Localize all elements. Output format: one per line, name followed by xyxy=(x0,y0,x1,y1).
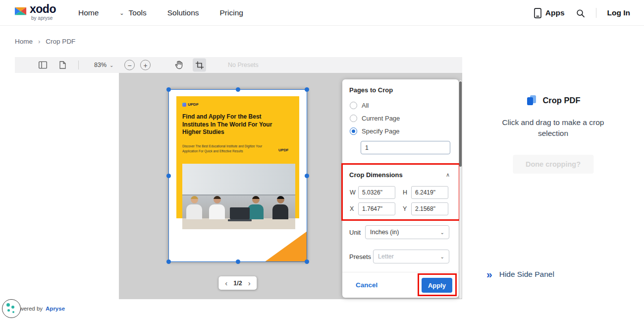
crop-instruction: Click and drag to make a crop selection xyxy=(495,117,612,139)
crop-selection[interactable] xyxy=(168,89,307,262)
x-label: X xyxy=(350,205,354,212)
hide-side-panel-button[interactable]: » Hide Side Panel xyxy=(486,269,554,279)
unit-value: Inches (in) xyxy=(370,229,399,236)
breadcrumb: Home › Crop PDF xyxy=(15,38,75,45)
crop-handle-w[interactable] xyxy=(166,174,171,178)
minus-icon: − xyxy=(127,62,131,68)
nav-tools[interactable]: ⌄ Tools xyxy=(119,8,146,17)
brand-name: xodo xyxy=(30,3,56,15)
main-nav: Home ⌄ Tools Solutions Pricing xyxy=(78,0,243,26)
chevron-down-icon: ⌄ xyxy=(109,63,113,68)
xodo-logo-icon xyxy=(14,4,27,18)
crop-handle-se[interactable] xyxy=(305,259,309,264)
page-icon xyxy=(59,61,66,69)
presets-value: Letter xyxy=(378,253,394,260)
page-indicator: 1/2 xyxy=(233,280,242,287)
side-panel-title: Crop PDF xyxy=(542,96,580,105)
apryse-link[interactable]: Apryse xyxy=(46,306,65,312)
top-navbar: xodo by apryse Home ⌄ Tools Solutions Pr… xyxy=(0,0,644,26)
crop-icon xyxy=(196,61,204,69)
apply-button[interactable]: Apply xyxy=(422,278,452,293)
sidebar-toggle-icon xyxy=(39,62,47,69)
toolbar-divider xyxy=(78,61,79,69)
radio-all-label: All xyxy=(362,102,369,109)
radio-selected-icon xyxy=(350,128,357,135)
radio-icon xyxy=(350,102,357,109)
y-input[interactable] xyxy=(411,202,448,215)
prev-page-button[interactable]: ‹ xyxy=(224,279,228,287)
hand-icon xyxy=(174,60,183,70)
width-label: W xyxy=(350,189,356,196)
crop-handle-s[interactable] xyxy=(236,259,240,264)
done-cropping-button[interactable]: Done cropping? xyxy=(513,155,593,174)
side-panel: Crop PDF Click and drag to make a crop s… xyxy=(462,26,644,299)
radio-specify-page-label: Specify Page xyxy=(362,128,400,135)
crop-panel: Pages to Crop All Current Page Specify P… xyxy=(342,79,459,298)
radio-all[interactable]: All xyxy=(350,102,369,109)
crop-pdf-icon xyxy=(526,94,537,106)
side-panel-header: Crop PDF xyxy=(462,94,644,106)
x-input[interactable] xyxy=(358,202,395,215)
zoom-out-button[interactable]: − xyxy=(124,60,135,70)
plus-icon: + xyxy=(143,62,147,68)
unit-select[interactable]: Inches (in) ⌄ xyxy=(365,225,449,239)
page-view-button[interactable] xyxy=(59,61,66,69)
header-divider xyxy=(596,8,596,18)
mobile-apps-icon xyxy=(534,8,541,18)
panel-scrollbar[interactable] xyxy=(459,80,462,299)
zoom-in-button[interactable]: + xyxy=(140,60,151,70)
radio-icon xyxy=(350,115,357,122)
height-label: H xyxy=(403,189,407,196)
specify-page-input[interactable] xyxy=(361,141,450,154)
zoom-level-value: 83% xyxy=(94,62,107,68)
radio-current-page-label: Current Page xyxy=(362,115,400,122)
apryse-logo-icon xyxy=(2,299,21,318)
sidebar-toggle-button[interactable] xyxy=(39,62,47,69)
search-button[interactable] xyxy=(576,8,585,18)
next-page-button[interactable]: › xyxy=(247,279,252,287)
crop-handle-n[interactable] xyxy=(236,87,240,92)
pages-to-crop-title: Pages to Crop xyxy=(349,86,393,94)
brand-byline: by apryse xyxy=(31,15,56,21)
apps-button[interactable]: Apps xyxy=(534,8,565,18)
login-button[interactable]: Log In xyxy=(607,8,631,17)
search-icon xyxy=(576,8,585,18)
presets-select[interactable]: Letter ⌄ xyxy=(373,250,449,263)
y-label: Y xyxy=(403,205,407,212)
scrollbar-thumb[interactable] xyxy=(459,81,462,167)
crop-tool-button[interactable] xyxy=(193,59,206,72)
powered-by: owered by Apryse xyxy=(2,299,65,318)
viewer-toolbar: 83% ⌄ − + No Presets xyxy=(15,57,462,73)
unit-label: Unit xyxy=(349,229,361,236)
width-input[interactable] xyxy=(358,186,395,199)
presets-label: Presets xyxy=(349,253,371,260)
chevron-down-icon: ⌄ xyxy=(440,254,444,259)
nav-home[interactable]: Home xyxy=(78,8,99,17)
crop-handle-ne[interactable] xyxy=(305,87,309,92)
nav-pricing[interactable]: Pricing xyxy=(220,8,243,17)
collapse-chevron-icon[interactable]: ∧ xyxy=(446,172,450,178)
page-navigation: ‹ 1/2 › xyxy=(218,276,257,290)
zoom-level-dropdown[interactable]: 83% ⌄ xyxy=(94,62,113,68)
breadcrumb-home[interactable]: Home xyxy=(15,38,33,45)
nav-solutions[interactable]: Solutions xyxy=(167,8,199,17)
header-right: Apps Log In xyxy=(534,0,630,26)
radio-current-page[interactable]: Current Page xyxy=(350,115,400,122)
hide-side-panel-label: Hide Side Panel xyxy=(499,270,554,279)
radio-specify-page[interactable]: Specify Page xyxy=(350,128,400,135)
no-presets-label: No Presets xyxy=(228,62,259,68)
pan-tool-button[interactable] xyxy=(174,60,183,70)
height-input[interactable] xyxy=(411,186,448,199)
cancel-button[interactable]: Cancel xyxy=(356,281,377,289)
chevron-down-icon: ⌄ xyxy=(440,230,444,235)
apps-label: Apps xyxy=(545,8,565,17)
xodo-logo[interactable]: xodo by apryse xyxy=(14,3,56,21)
crop-panel-footer: Cancel Apply xyxy=(342,272,459,298)
crop-handle-e[interactable] xyxy=(305,174,309,178)
pdf-viewer: 83% ⌄ − + No Presets UPDF Find and Apply… xyxy=(15,57,462,299)
double-chevron-right-icon: » xyxy=(486,269,492,279)
breadcrumb-separator-icon: › xyxy=(38,38,40,45)
nav-tools-label: Tools xyxy=(129,8,147,17)
crop-handle-sw[interactable] xyxy=(166,259,171,264)
crop-handle-nw[interactable] xyxy=(166,87,171,92)
